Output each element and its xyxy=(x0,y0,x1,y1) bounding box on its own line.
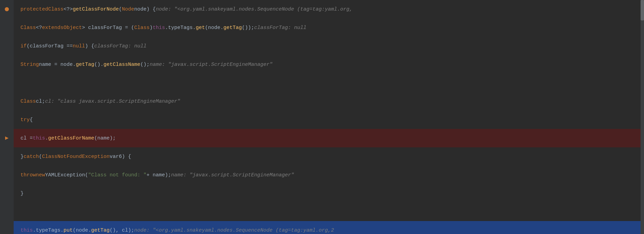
token-10-3: YAMLException( xyxy=(45,172,88,178)
token-13-3: put xyxy=(64,228,73,233)
token-1-4: ( xyxy=(119,6,122,12)
gutter-line-2 xyxy=(0,18,14,37)
code-line-6: Class cl; cl: "class javax.script.Script… xyxy=(14,92,644,111)
token-13-4: (node. xyxy=(73,228,91,233)
token-9-0: } xyxy=(20,154,24,160)
token-6-3: cl: "class javax.script.ScriptEngineMana… xyxy=(45,99,180,104)
token-2-2: <? xyxy=(36,25,42,31)
token-9-2: ( xyxy=(39,154,42,160)
token-9-3: ClassNotFoundException xyxy=(42,154,110,160)
code-line-10: throw new YAMLException("Class not found… xyxy=(14,166,644,184)
token-4-6: (); xyxy=(140,62,150,68)
token-8-2: this xyxy=(33,135,45,141)
token-2-1: Class xyxy=(20,25,36,31)
token-2-6: Class xyxy=(134,25,150,31)
code-line-12 xyxy=(14,203,644,221)
token-7-1: try xyxy=(20,117,30,123)
token-13-1: this xyxy=(20,228,33,233)
gutter-line-1 xyxy=(0,0,14,18)
token-1-5: Node xyxy=(122,6,134,12)
token-6-2: cl; xyxy=(36,99,45,104)
token-3-5: classForTag: null xyxy=(94,43,146,49)
token-4-3: getTag xyxy=(76,62,94,68)
gutter-line-4 xyxy=(0,55,14,74)
gutter-line-3 xyxy=(0,37,14,55)
token-13-6: (), cl); xyxy=(110,228,134,233)
token-1-7: node: "<org.yaml.snakeyaml.nodes.Sequenc… xyxy=(156,6,352,12)
token-4-7: name: "javax.script.ScriptEngineManager" xyxy=(150,62,272,68)
token-2-7: ) xyxy=(150,25,153,31)
token-2-5: > classForTag = ( xyxy=(82,25,134,31)
svg-point-0 xyxy=(5,7,9,11)
gutter-line-13 xyxy=(0,221,14,234)
token-9-4: var6) { xyxy=(110,154,131,160)
token-9-1: catch xyxy=(24,154,39,160)
token-3-4: ) { xyxy=(85,43,94,49)
code-content: protected Class<?> getClassForNode(Node … xyxy=(14,0,644,234)
token-8-1: cl = xyxy=(20,135,33,141)
token-13-5: getTag xyxy=(91,228,110,233)
code-editor: protected Class<?> getClassForNode(Node … xyxy=(0,0,644,234)
code-line-8: cl = this.getClassForName(name); xyxy=(14,129,644,147)
token-4-4: (). xyxy=(94,62,103,68)
token-3-1: if xyxy=(20,43,27,49)
gutter xyxy=(0,0,14,234)
code-line-1: protected Class<?> getClassForNode(Node … xyxy=(14,0,644,18)
token-8-4: getClassForName xyxy=(48,135,94,141)
code-line-4: String name = node.getTag().getClassName… xyxy=(14,55,644,74)
token-2-11: (node. xyxy=(205,25,223,31)
token-4-1: String xyxy=(20,62,39,68)
token-2-3: extends xyxy=(42,25,64,31)
token-2-14: classForTag: null xyxy=(254,25,306,31)
token-1-2: <?> xyxy=(64,6,73,12)
token-2-10: get xyxy=(196,25,205,31)
gutter-line-11 xyxy=(0,184,14,203)
code-line-7: try { xyxy=(14,111,644,129)
token-10-6: name: "javax.script.ScriptEngineManager" xyxy=(171,172,294,178)
gutter-line-9 xyxy=(0,147,14,166)
token-4-2: name = node. xyxy=(39,62,76,68)
token-2-12: getTag xyxy=(223,25,242,31)
token-10-4: "Class not found: " xyxy=(88,172,146,178)
token-8-5: (name); xyxy=(94,135,116,141)
token-3-3: null xyxy=(73,43,85,49)
token-10-5: + name); xyxy=(146,172,171,178)
token-1-6: node) { xyxy=(134,6,156,12)
token-4-5: getClassName xyxy=(103,62,140,68)
token-13-2: .typeTags. xyxy=(33,228,64,233)
code-line-11: } xyxy=(14,184,644,203)
gutter-line-6 xyxy=(0,92,14,111)
gutter-line-10 xyxy=(0,166,14,184)
code-line-9: } catch (ClassNotFoundException var6) { xyxy=(14,147,644,166)
token-2-9: .typeTags. xyxy=(165,25,196,31)
token-1-1: Class xyxy=(48,6,64,12)
token-1-3: getClassForNode xyxy=(73,6,119,12)
token-2-4: Object xyxy=(64,25,82,31)
token-8-3: . xyxy=(45,135,48,141)
token-2-8: this xyxy=(153,25,165,31)
token-2-13: ()); xyxy=(242,25,254,31)
token-6-1: Class xyxy=(20,99,36,104)
token-11-0: } xyxy=(20,191,24,196)
gutter-line-12 xyxy=(0,203,14,221)
code-line-2: Class<? extends Object> classForTag = (C… xyxy=(14,18,644,37)
scrollbar-thumb[interactable] xyxy=(641,0,644,20)
token-7-2: { xyxy=(30,117,33,123)
code-line-3: if (classForTag == null) { classForTag: … xyxy=(14,37,644,55)
code-line-5 xyxy=(14,74,644,92)
svg-marker-1 xyxy=(5,136,9,140)
token-10-2: new xyxy=(36,172,45,178)
token-13-7: node: "<org.yaml.snakeyaml.nodes.Sequenc… xyxy=(134,228,334,233)
token-3-2: (classForTag == xyxy=(27,43,73,49)
token-1-0: protected xyxy=(20,6,48,12)
gutter-line-5 xyxy=(0,74,14,92)
code-line-13: this.typeTags.put(node.getTag(), cl); no… xyxy=(14,221,644,234)
scrollbar-track[interactable] xyxy=(641,0,644,234)
gutter-line-8 xyxy=(0,129,14,147)
gutter-line-7 xyxy=(0,111,14,129)
token-10-1: throw xyxy=(20,172,36,178)
